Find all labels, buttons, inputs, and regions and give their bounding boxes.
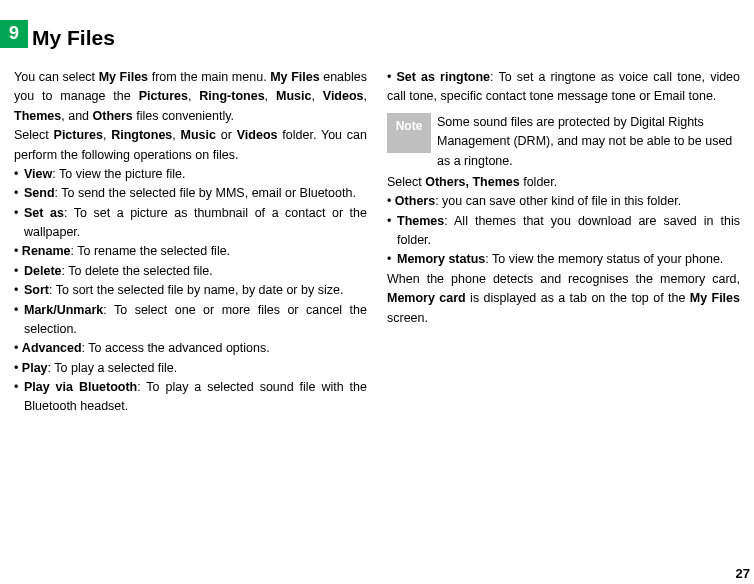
left-column: You can select My Files from the main me… xyxy=(14,68,367,417)
page-number: 27 xyxy=(736,564,750,584)
select-paragraph: Select Others, Themes folder. xyxy=(387,173,740,192)
list-item: •Mark/Unmark: To select one or more file… xyxy=(14,301,367,340)
list-item: •View: To view the picture file. xyxy=(14,165,367,184)
list-item: •Set as: To set a picture as thumbnail o… xyxy=(14,204,367,243)
page-title: My Files xyxy=(32,22,115,55)
list-item: • Play: To play a selected file. xyxy=(14,359,367,378)
footer-paragraph: When the phone detects and recognises th… xyxy=(387,270,740,328)
intro-paragraph-2: Select Pictures, Ringtones, Music or Vid… xyxy=(14,126,367,165)
list-item: •Delete: To delete the selected file. xyxy=(14,262,367,281)
list-item: •Play via Bluetooth: To play a selected … xyxy=(14,378,367,417)
list-item: • Advanced: To access the advanced optio… xyxy=(14,339,367,358)
list-item: •Sort: To sort the selected file by name… xyxy=(14,281,367,300)
list-item: •Memory status: To view the memory statu… xyxy=(387,250,740,269)
note-badge: Note xyxy=(387,113,431,153)
section-number-badge: 9 xyxy=(0,20,28,48)
intro-paragraph-1: You can select My Files from the main me… xyxy=(14,68,367,126)
list-item: •Themes: All themes that you download ar… xyxy=(387,212,740,251)
note-text: Some sound files are protected by Digita… xyxy=(437,113,740,171)
list-item: • Rename: To rename the selected file. xyxy=(14,242,367,261)
list-item: • Others: you can save other kind of fil… xyxy=(387,192,740,211)
page: 9 My Files You can select My Files from … xyxy=(0,0,754,584)
note-block: Note Some sound files are protected by D… xyxy=(387,113,740,171)
right-column: • Set as ringtone: To set a ringtone as … xyxy=(387,68,740,417)
list-item: •Send: To send the selected file by MMS,… xyxy=(14,184,367,203)
content-columns: You can select My Files from the main me… xyxy=(14,68,740,417)
list-item: • Set as ringtone: To set a ringtone as … xyxy=(387,68,740,107)
